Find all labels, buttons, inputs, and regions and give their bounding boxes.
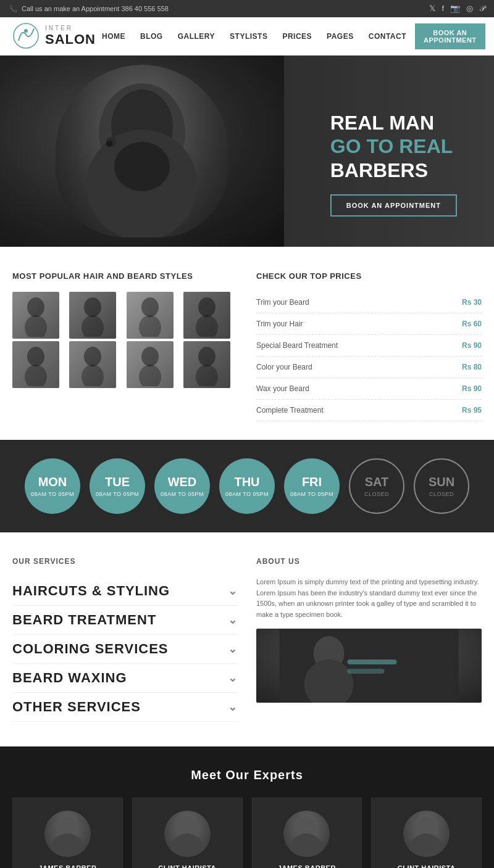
day-name: TUE <box>105 475 130 489</box>
hero-face-placeholder <box>56 65 228 238</box>
schedule-section: MON08AM TO 05PMTUE08AM TO 05PMWED08AM TO… <box>0 440 494 532</box>
experts-title: Meet Our Experts <box>12 768 482 782</box>
hero-text-block: REAL MAN GO TO REAL BARBERS BOOK AN APPO… <box>330 111 457 217</box>
style-thumb-7[interactable] <box>127 341 174 388</box>
day-circle-mon: MON08AM TO 05PM <box>25 458 80 514</box>
nav-pages[interactable]: PAGES <box>320 28 360 44</box>
expert-card: JAMES BARBER Beard Trimmer Lorem Ipsum i… <box>252 798 362 868</box>
expert-avatar <box>403 811 450 857</box>
hero-section: REAL MAN GO TO REAL BARBERS BOOK AN APPO… <box>0 56 494 247</box>
svg-point-8 <box>27 297 44 317</box>
day-circle-fri: FRI08AM TO 05PM <box>284 458 340 514</box>
nav-gallery[interactable]: GALLERY <box>172 28 221 44</box>
chevron-down-icon: ⌄ <box>228 584 238 598</box>
svg-point-15 <box>196 315 218 337</box>
price-item: Special Beard TreatmentRs 90 <box>256 335 482 357</box>
services-list: HAIRCUTS & STYLING⌄BEARD TREATMENT⌄COLOR… <box>12 577 238 722</box>
dribbble-icon[interactable]: ◎ <box>466 4 473 14</box>
service-item[interactable]: BEARD TREATMENT⌄ <box>12 606 238 635</box>
day-hours: CLOSED <box>364 491 389 497</box>
style-thumb-4[interactable] <box>183 292 230 339</box>
nav-stylists[interactable]: STYLISTS <box>224 28 274 44</box>
top-bar-social: 𝕏 f 📷 ◎ 𝒫 <box>429 4 485 14</box>
day-circle-wed: WED08AM TO 05PM <box>154 458 210 514</box>
expert-name: CLINT HAIRISTA <box>379 864 474 868</box>
style-thumb-1[interactable] <box>12 292 59 339</box>
styles-prices-section: MOST POPULAR HAIR AND BEARD STYLES <box>0 247 494 440</box>
phone-icon: 📞 <box>9 5 18 13</box>
pinterest-icon[interactable]: 𝒫 <box>479 4 485 14</box>
price-item: Trim your HairRs 60 <box>256 313 482 335</box>
day-hours: 08AM TO 05PM <box>31 491 74 497</box>
expert-card: JAMES BARBER Mustache Expert Lorem Ipsum… <box>12 798 123 868</box>
schedule-days: MON08AM TO 05PMTUE08AM TO 05PMWED08AM TO… <box>25 458 469 514</box>
day-name: FRI <box>302 475 322 489</box>
service-item[interactable]: HAIRCUTS & STYLING⌄ <box>12 577 238 606</box>
style-thumb-5[interactable] <box>12 341 59 388</box>
price-label: Color your Beard <box>256 363 312 371</box>
style-thumb-8[interactable] <box>183 341 230 388</box>
svg-point-0 <box>14 23 38 48</box>
day-hours: 08AM TO 05PM <box>161 491 204 497</box>
style-thumb-6[interactable] <box>69 341 116 388</box>
svg-point-11 <box>82 315 104 337</box>
price-label: Trim your Hair <box>256 320 303 328</box>
day-name: MON <box>38 475 67 489</box>
day-circle-sat: SATCLOSED <box>349 458 404 514</box>
price-value: Rs 90 <box>462 341 482 350</box>
nav-prices[interactable]: PRICES <box>276 28 318 44</box>
chevron-down-icon: ⌄ <box>228 613 238 627</box>
phone-text: Call us an make an Appointment 386 40 55… <box>22 5 169 12</box>
nav-home[interactable]: HOME <box>96 28 132 44</box>
price-list: Trim your BeardRs 30Trim your HairRs 60S… <box>256 292 482 421</box>
svg-point-18 <box>84 347 101 366</box>
svg-point-7 <box>106 141 112 147</box>
svg-point-5 <box>114 142 170 191</box>
barber-image-placeholder <box>256 629 482 703</box>
service-item[interactable]: COLORING SERVICES⌄ <box>12 635 238 664</box>
day-hours: 08AM TO 05PM <box>96 491 139 497</box>
style-thumb-2[interactable] <box>69 292 116 339</box>
nav-blog[interactable]: BLOG <box>134 28 169 44</box>
style-thumb-3[interactable] <box>127 292 174 339</box>
service-label: BEARD WAXING <box>12 670 127 686</box>
about-text: Lorem Ipsum is simply dummy text of the … <box>256 577 482 620</box>
svg-point-21 <box>139 365 161 386</box>
instagram-icon[interactable]: 📷 <box>450 4 460 14</box>
price-value: Rs 90 <box>462 384 482 393</box>
svg-point-30 <box>50 833 85 857</box>
svg-point-17 <box>25 365 47 386</box>
price-label: Trim your Beard <box>256 298 309 307</box>
styles-col: MOST POPULAR HAIR AND BEARD STYLES <box>12 271 238 421</box>
book-appointment-button[interactable]: BOOK AN APPOINTMENT <box>415 23 485 49</box>
service-label: HAIRCUTS & STYLING <box>12 583 170 599</box>
day-hours: 08AM TO 05PM <box>225 491 269 497</box>
chevron-down-icon: ⌄ <box>228 700 238 714</box>
day-name: SAT <box>365 475 389 489</box>
price-item: Complete TreatmentRs 95 <box>256 400 482 421</box>
expert-avatar-image <box>403 811 450 857</box>
price-label: Complete Treatment <box>256 406 324 415</box>
svg-rect-27 <box>348 659 397 664</box>
expert-name: JAMES BARBER <box>260 864 354 868</box>
service-label: OTHER SERVICES <box>12 699 141 715</box>
twitter-icon[interactable]: 𝕏 <box>429 4 435 14</box>
facebook-icon[interactable]: f <box>442 4 444 14</box>
svg-point-9 <box>25 315 47 337</box>
service-item[interactable]: BEARD WAXING⌄ <box>12 664 238 693</box>
day-circle-thu: THU08AM TO 05PM <box>219 458 275 514</box>
hero-book-button[interactable]: BOOK AN APPOINTMENT <box>330 194 457 217</box>
services-about-section: OUR SERVICES HAIRCUTS & STYLING⌄BEARD TR… <box>0 532 494 746</box>
experts-grid: JAMES BARBER Mustache Expert Lorem Ipsum… <box>12 798 482 868</box>
svg-point-23 <box>196 365 218 386</box>
day-name: SUN <box>429 475 454 489</box>
service-label: BEARD TREATMENT <box>12 612 156 628</box>
svg-point-32 <box>170 833 204 857</box>
logo: INTER SALON <box>12 22 96 50</box>
logo-icon <box>12 22 40 50</box>
hero-headline: REAL MAN GO TO REAL BARBERS <box>330 111 457 182</box>
service-item[interactable]: OTHER SERVICES⌄ <box>12 693 238 722</box>
top-bar: 📞 Call us an make an Appointment 386 40 … <box>0 0 494 17</box>
nav-contact[interactable]: CONTACT <box>362 28 412 44</box>
style-grid <box>12 292 238 388</box>
